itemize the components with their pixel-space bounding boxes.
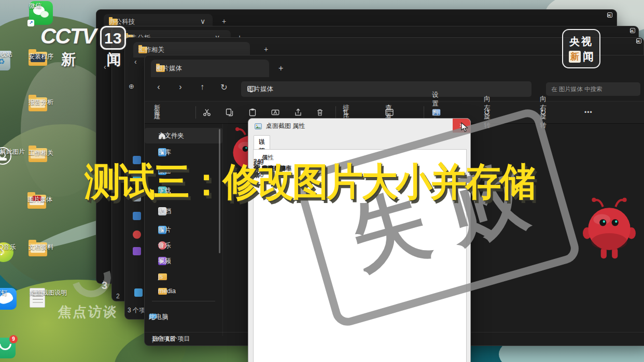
new-tab-button[interactable]: +: [222, 17, 226, 25]
sidebar-videos-icon: [133, 247, 141, 255]
cctv-wordmark: CCTV: [40, 24, 95, 49]
tab-label: 工作相关: [138, 46, 164, 54]
copy-icon: [226, 108, 234, 117]
back-button[interactable]: ‹: [151, 82, 166, 92]
sidebar-item-js[interactable]: js: [145, 269, 222, 284]
search-input[interactable]: 在 图片媒体 中搜索: [546, 82, 640, 96]
search-placeholder: 在 图片媒体 中搜索: [551, 85, 602, 93]
sidebar-computer-icon: [134, 288, 143, 297]
chevron-down-icon: ∨: [385, 110, 389, 115]
pin-icon: [158, 208, 163, 214]
sidebar-pictures-icon: [133, 212, 141, 220]
sidebar-item-pictures[interactable]: ▲ 图片: [145, 222, 222, 238]
sidebar-separator: [152, 301, 215, 301]
icon-label: 微信: [29, 3, 41, 9]
breadcrumb-location[interactable]: 图片媒体: [247, 85, 273, 94]
sidebar-item-music[interactable]: ♪ 音乐: [145, 238, 222, 253]
chevron-down-icon: ∨: [343, 110, 346, 115]
new-tab-button[interactable]: +: [278, 64, 283, 73]
ellipsis-icon: •••: [584, 109, 593, 116]
icon-label: 图片媒体: [27, 196, 52, 203]
close-button[interactable]: ×: [636, 37, 640, 45]
trash-icon: [316, 108, 324, 117]
icon-label: 了解此图片: [0, 149, 25, 155]
chevron-down-icon: ∨: [154, 110, 158, 115]
icon-label: 文档资料: [29, 244, 53, 251]
status-count-fragment: 2: [116, 293, 120, 300]
dialog-title-bar: 桌面截图 属性: [255, 122, 305, 131]
copy-button[interactable]: [222, 105, 237, 120]
recycle-symbol-icon: ♻: [0, 57, 5, 66]
refresh-button[interactable]: ↻: [216, 82, 232, 92]
icon-label: 报告分析: [29, 99, 53, 106]
new-tab-button[interactable]: +: [264, 45, 268, 53]
tab-pictures-media[interactable]: 图片媒体 ×: [151, 60, 269, 77]
cctv-news-badge: 央视 新 闻: [562, 29, 600, 68]
sidebar-item-home[interactable]: 主文件夹: [145, 128, 222, 143]
icon-label: QQ音乐: [0, 244, 16, 251]
scissors-icon: [203, 108, 211, 117]
status-divider: |: [152, 336, 153, 343]
close-button[interactable]: ×: [607, 11, 611, 19]
more-options-button[interactable]: •••: [581, 105, 587, 120]
badge-new-char: 新: [569, 51, 581, 63]
dialog-title: 桌面截图 属性: [266, 122, 305, 131]
shortcut-arrow-icon: ↗: [27, 20, 34, 26]
icon-label: 工作相关: [29, 150, 53, 156]
badge-top-text: 央视: [563, 35, 599, 49]
paste-icon: [248, 108, 257, 117]
caption-overlay: 测试三：修改图片大小并存储: [85, 156, 535, 208]
channel-number: 13: [100, 26, 126, 50]
smile-icon: [0, 344, 11, 350]
new-button-fragment[interactable]: ⊕: [129, 82, 134, 90]
icon-label: 桌面截图说明: [30, 289, 67, 296]
sidebar-item-this-pc[interactable]: › 此电脑: [145, 309, 222, 325]
pin-icon: [158, 258, 163, 264]
program-watermark: 焦点访谈: [57, 303, 119, 321]
pin-icon: [158, 242, 163, 249]
tab-label: 图片媒体: [156, 64, 182, 73]
cctv13-logo: CCTV 13 新 闻: [40, 24, 126, 50]
wechat-icon: [40, 11, 49, 18]
sidebar-item-media[interactable]: media: [145, 283, 222, 299]
sidebar-item-videos[interactable]: ▶ 视频: [145, 253, 222, 269]
sidebar-divider: [222, 124, 223, 336]
sidebar-music-icon: [133, 230, 141, 239]
rotate-left-button[interactable]: ↺ 向左旋转: [481, 105, 487, 120]
icon-label: 钉钉: [0, 289, 7, 296]
new-button[interactable]: ⊕ 新建 ∨: [151, 105, 157, 120]
cut-button[interactable]: [200, 105, 214, 120]
rename-icon: [271, 108, 279, 117]
image-file-icon: [255, 123, 262, 129]
tab-list-chevron[interactable]: ∨: [200, 17, 205, 25]
tv-frame: ↗ 微信 ♻ 回收站 安装程序 报告分析 了解此图片 工作相关: [0, 0, 644, 362]
tab-close-button[interactable]: ×: [156, 65, 160, 72]
forward-button[interactable]: ›: [173, 82, 188, 92]
pin-icon: [158, 227, 163, 233]
watermark-number: 3: [102, 280, 107, 292]
icon-label: 回收站: [0, 51, 12, 58]
channel-subtitle: 新 闻: [61, 50, 135, 69]
photos-icon: [0, 158, 7, 161]
icon-label: 安装程序: [29, 53, 53, 60]
close-button[interactable]: ×: [630, 27, 634, 35]
notification-badge: 9: [9, 335, 18, 343]
up-button[interactable]: ↑: [194, 82, 210, 92]
mouse-cursor: [460, 122, 470, 133]
red-bug-image[interactable]: [583, 195, 636, 262]
tab-close-button[interactable]: ×: [138, 46, 142, 53]
share-icon: [294, 108, 302, 117]
selection-size: 16.1 KB: [152, 336, 174, 343]
badge-wen-char: 闻: [583, 49, 594, 64]
